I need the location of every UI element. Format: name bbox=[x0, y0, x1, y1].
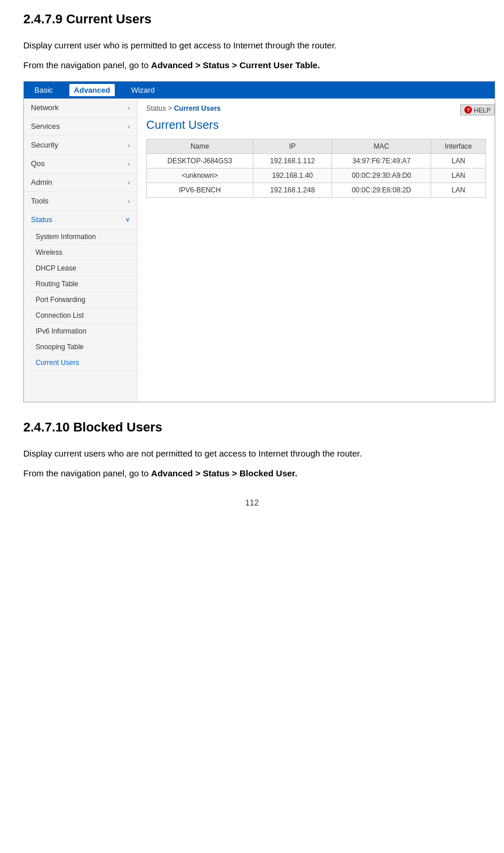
table-cell-name: <unknown> bbox=[147, 169, 253, 183]
content-area: Status > Current Users ? HELP Current Us… bbox=[138, 99, 495, 402]
section-2-para1: Display current users who are not permit… bbox=[23, 447, 481, 461]
breadcrumb-prefix: Status > bbox=[146, 104, 174, 113]
sidebar-network-label: Network bbox=[31, 103, 59, 112]
sidebar-status-arrow: ∨ bbox=[125, 216, 130, 223]
col-header-interface: Interface bbox=[431, 139, 486, 154]
table-row: <unknown>192.168.1.4000:0C:29:30:A9:D0LA… bbox=[147, 169, 486, 183]
sidebar-item-services[interactable]: Services › bbox=[24, 117, 137, 136]
sidebar-qos-label: Qos bbox=[31, 159, 45, 168]
table-cell-mac: 00:0C:29:30:A9:D0 bbox=[332, 169, 431, 183]
main-layout: Network › Services › Security › Qos › Ad… bbox=[24, 99, 495, 402]
sidebar-admin-arrow: › bbox=[128, 179, 130, 186]
table-cell-interface: LAN bbox=[431, 169, 486, 183]
section-2-para2: From the navigation panel, go to Advance… bbox=[23, 466, 481, 480]
sidebar-admin-label: Admin bbox=[31, 178, 52, 187]
table-cell-interface: LAN bbox=[431, 154, 486, 169]
current-users-table: Name IP MAC Interface DESKTOP-J684GS3192… bbox=[146, 139, 486, 198]
sidebar-item-admin[interactable]: Admin › bbox=[24, 173, 137, 192]
section-2-para2-prefix: From the navigation panel, go to bbox=[23, 468, 151, 478]
sidebar-services-label: Services bbox=[31, 122, 60, 131]
section-1-title: 2.4.7.9 Current Users bbox=[23, 12, 481, 27]
col-header-mac: MAC bbox=[332, 139, 431, 154]
sidebar-sub-port-forwarding[interactable]: Port Forwarding bbox=[24, 292, 137, 308]
nav-advanced[interactable]: Advanced bbox=[69, 84, 115, 96]
sidebar-status-label: Status bbox=[31, 215, 52, 224]
sidebar-security-arrow: › bbox=[128, 142, 130, 149]
sidebar-sub-dhcp-lease[interactable]: DHCP Lease bbox=[24, 261, 137, 276]
sidebar-item-status[interactable]: Status ∨ bbox=[24, 210, 137, 229]
table-row: DESKTOP-J684GS3192.168.1.11234:97:F6:7E:… bbox=[147, 154, 486, 169]
section-1-para2-prefix: From the navigation panel, go to bbox=[23, 60, 151, 70]
table-cell-mac: 00:0C:29:E6:08:2D bbox=[332, 183, 431, 198]
section-1-para2: From the navigation panel, go to Advance… bbox=[23, 58, 481, 72]
sidebar-network-arrow: › bbox=[128, 104, 130, 111]
help-label: HELP bbox=[474, 107, 491, 114]
sidebar-sub-system-info[interactable]: System Information bbox=[24, 229, 137, 245]
table-cell-mac: 34:97:F6:7E:49:A7 bbox=[332, 154, 431, 169]
table-cell-ip: 192.168.1.40 bbox=[253, 169, 332, 183]
help-icon: ? bbox=[464, 106, 472, 114]
sidebar-sub-ipv6-info[interactable]: IPv6 Information bbox=[24, 324, 137, 339]
table-cell-name: DESKTOP-J684GS3 bbox=[147, 154, 253, 169]
sidebar-item-security[interactable]: Security › bbox=[24, 136, 137, 155]
sidebar-tools-arrow: › bbox=[128, 198, 130, 205]
col-header-name: Name bbox=[147, 139, 253, 154]
breadcrumb-current: Current Users bbox=[174, 104, 221, 113]
table-cell-ip: 192.168.1.248 bbox=[253, 183, 332, 198]
sidebar-sub-routing-table[interactable]: Routing Table bbox=[24, 276, 137, 292]
sidebar-qos-arrow: › bbox=[128, 160, 130, 167]
sidebar-sub-wireless[interactable]: Wireless bbox=[24, 245, 137, 261]
sidebar-sub-menu: System Information Wireless DHCP Lease R… bbox=[24, 229, 137, 371]
breadcrumb: Status > Current Users bbox=[146, 104, 486, 113]
table-cell-interface: LAN bbox=[431, 183, 486, 198]
sidebar-item-tools[interactable]: Tools › bbox=[24, 192, 137, 210]
table-cell-name: IPV6-BENCH bbox=[147, 183, 253, 198]
col-header-ip: IP bbox=[253, 139, 332, 154]
table-row: IPV6-BENCH192.168.1.24800:0C:29:E6:08:2D… bbox=[147, 183, 486, 198]
sidebar: Network › Services › Security › Qos › Ad… bbox=[24, 99, 138, 402]
sidebar-item-qos[interactable]: Qos › bbox=[24, 155, 137, 173]
section-1-para1: Display current user who is permitted to… bbox=[23, 38, 481, 52]
section-1-para2-bold: Advanced > Status > Current User Table. bbox=[151, 60, 320, 70]
section-2-para2-bold: Advanced > Status > Blocked User. bbox=[151, 468, 297, 478]
section-2-title: 2.4.7.10 Blocked Users bbox=[23, 420, 481, 435]
sidebar-tools-label: Tools bbox=[31, 196, 48, 205]
table-cell-ip: 192.168.1.112 bbox=[253, 154, 332, 169]
sidebar-sub-current-users[interactable]: Current Users bbox=[24, 355, 137, 371]
nav-basic[interactable]: Basic bbox=[30, 84, 58, 96]
sidebar-security-label: Security bbox=[31, 141, 58, 149]
section-1: 2.4.7.9 Current Users Display current us… bbox=[23, 12, 481, 402]
sidebar-sub-snooping-table[interactable]: Snooping Table bbox=[24, 339, 137, 355]
page-title: Current Users bbox=[146, 118, 486, 132]
page-number: 112 bbox=[23, 498, 481, 507]
nav-wizard[interactable]: Wizard bbox=[126, 84, 159, 96]
section-2: 2.4.7.10 Blocked Users Display current u… bbox=[23, 420, 481, 480]
sidebar-item-network[interactable]: Network › bbox=[24, 99, 137, 117]
sidebar-sub-connection-list[interactable]: Connection List bbox=[24, 308, 137, 324]
router-ui: Basic Advanced Wizard Network › Services… bbox=[23, 81, 495, 402]
top-nav: Basic Advanced Wizard bbox=[24, 82, 495, 99]
help-button[interactable]: ? HELP bbox=[460, 104, 495, 115]
sidebar-services-arrow: › bbox=[128, 123, 130, 130]
